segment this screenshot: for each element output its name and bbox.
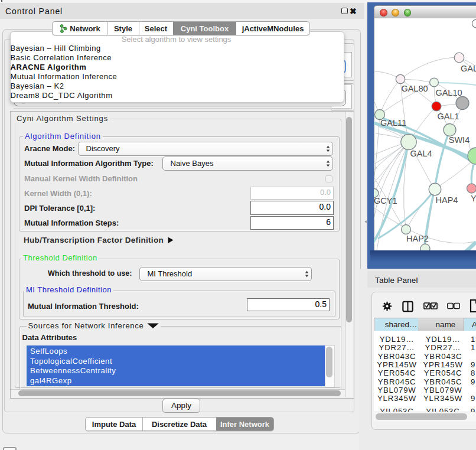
svg-text:GAL10: GAL10	[435, 88, 462, 97]
svg-text:GAL11: GAL11	[380, 118, 406, 128]
svg-text:GAL80: GAL80	[401, 84, 428, 93]
svg-text:HAP4: HAP4	[436, 195, 458, 205]
svg-text:GCY1: GCY1	[374, 196, 397, 206]
svg-text:YEL: YEL	[471, 194, 476, 203]
svg-text:GAL4: GAL4	[410, 149, 432, 158]
svg-text:SWI4: SWI4	[449, 135, 470, 145]
svg-text:GAL1: GAL1	[437, 112, 459, 121]
svg-text:GAL7: GAL7	[461, 64, 476, 73]
svg-text:HAP2: HAP2	[406, 234, 429, 243]
